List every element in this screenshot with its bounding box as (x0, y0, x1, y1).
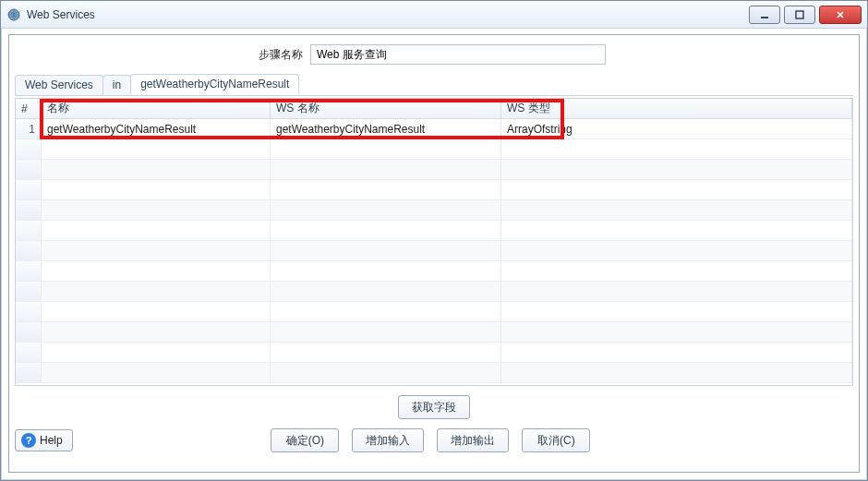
step-name-row: 步骤名称 (15, 44, 853, 65)
table-row-num[interactable]: 1 (16, 119, 42, 139)
breadcrumb-item-root[interactable]: Web Services (15, 75, 103, 95)
table-row-empty (16, 139, 42, 160)
web-services-dialog: Web Services 步骤名称 Web Services in getWea… (0, 0, 868, 481)
breadcrumb-item-in[interactable]: in (102, 75, 131, 95)
step-name-input[interactable] (310, 44, 606, 65)
window-buttons (749, 6, 862, 24)
bottom-bar: ? Help 确定(O) 增加输入 增加输出 取消(C) (15, 428, 853, 452)
col-index-header[interactable]: # (16, 99, 42, 119)
fetch-button-row: 获取字段 (15, 395, 853, 419)
app-icon (6, 7, 21, 22)
help-button[interactable]: ? Help (15, 429, 73, 451)
table-cell-wstype[interactable]: ArrayOfstring (501, 119, 852, 139)
help-icon: ? (21, 433, 36, 448)
col-name-header[interactable]: 名称 (42, 99, 271, 119)
col-wstype-header[interactable]: WS 类型 (501, 99, 852, 119)
maximize-button[interactable] (784, 6, 815, 24)
window-title: Web Services (27, 8, 749, 21)
ok-button[interactable]: 确定(O) (271, 428, 339, 452)
titlebar: Web Services (1, 1, 867, 29)
svg-rect-2 (796, 11, 803, 18)
step-name-label: 步骤名称 (15, 47, 310, 63)
help-label: Help (40, 434, 63, 447)
add-output-button[interactable]: 增加输出 (437, 428, 509, 452)
svg-rect-1 (761, 17, 768, 18)
cancel-button[interactable]: 取消(C) (522, 428, 590, 452)
table-cell-name[interactable]: getWeatherbyCityNameResult (42, 119, 271, 139)
table-cell-wsname[interactable]: getWeatherbyCityNameResult (271, 119, 501, 139)
result-table: # 名称 WS 名称 WS 类型 1 getWeatherbyCityNameR… (15, 98, 853, 386)
breadcrumb-item-result[interactable]: getWeatherbyCityNameResult (130, 74, 299, 95)
fetch-fields-button[interactable]: 获取字段 (398, 395, 470, 419)
content-frame: 步骤名称 Web Services in getWeatherbyCityNam… (8, 34, 860, 473)
col-wsname-header[interactable]: WS 名称 (271, 99, 501, 119)
breadcrumb: Web Services in getWeatherbyCityNameResu… (15, 74, 853, 96)
close-button[interactable] (819, 6, 862, 24)
add-input-button[interactable]: 增加输入 (352, 428, 424, 452)
minimize-button[interactable] (749, 6, 780, 24)
